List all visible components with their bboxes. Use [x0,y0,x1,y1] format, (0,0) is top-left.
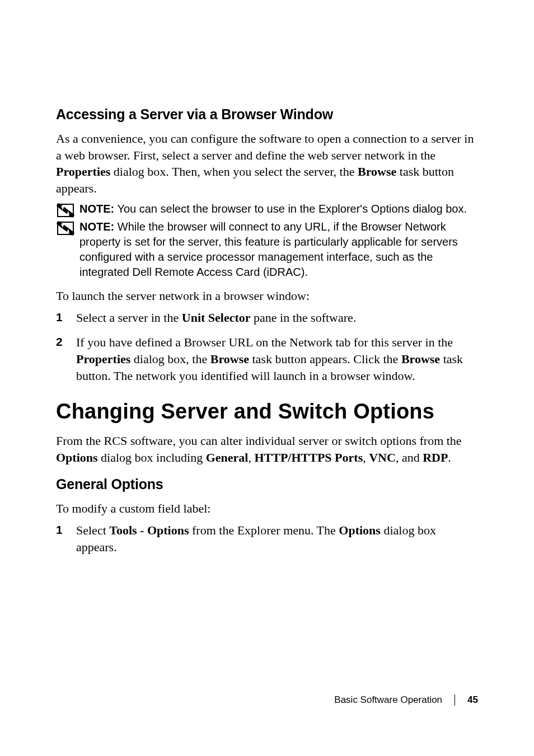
note-body: You can select the browser to use in the… [114,203,467,215]
text: Select a server in the [76,311,182,325]
text: If you have defined a Browser URL on the… [76,335,453,349]
note-block-1: NOTE: You can select the browser to use … [56,201,478,218]
step-body: If you have defined a Browser URL on the… [76,334,478,384]
term-rdp: RDP [423,450,448,464]
text: dialog box including [98,450,206,464]
text: dialog box. Then, when you select the se… [110,165,358,179]
footer-title: Basic Software Operation [334,694,442,706]
term-browse: Browse [358,165,396,179]
term-unit-selector: Unit Selector [182,311,251,325]
text: From the RCS software, you can alter ind… [56,434,462,448]
text: , [363,450,369,464]
section2-intro-steps: To modify a custom field label: [56,500,478,517]
term-properties: Properties [56,165,110,179]
note-icon [56,203,75,218]
list-item: 2 If you have defined a Browser URL on t… [56,334,478,384]
text: pane in the software. [251,311,357,325]
section2-paragraph: From the RCS software, you can alter ind… [56,433,478,466]
text: , and [396,450,423,464]
term-options: Options [339,523,381,537]
text: task button appears. Click the [249,352,401,366]
note-label: NOTE: [79,203,114,215]
note-text-1: NOTE: You can select the browser to use … [79,201,467,217]
text: , [248,450,254,464]
section1-intro-steps: To launch the server network in a browse… [56,288,478,304]
section1-steps: 1 Select a server in the Unit Selector p… [56,309,478,384]
text: from the Explorer menu. The [189,523,339,537]
page-number: 45 [467,694,478,706]
sub-heading-general-options: General Options [56,476,478,492]
text: As a convenience, you can configure the … [56,132,474,162]
section2-steps: 1 Select Tools - Options from the Explor… [56,522,478,555]
term-vnc: VNC [369,450,396,464]
note-icon [56,220,75,236]
page-footer: Basic Software Operation 45 [334,694,478,706]
step-number: 1 [56,309,76,326]
term-http-https-ports: HTTP/HTTPS Ports [254,450,363,464]
step-body: Select Tools - Options from the Explorer… [76,522,478,555]
footer-divider [455,694,455,706]
term-general: General [206,450,249,464]
section-heading-changing: Changing Server and Switch Options [56,400,478,424]
text: . [448,450,451,464]
term-browse: Browse [210,352,249,366]
text: dialog box, the [130,352,210,366]
text: Select [76,523,109,537]
term-properties: Properties [76,352,130,366]
note-body: While the browser will connect to any UR… [79,220,458,278]
step-body: Select a server in the Unit Selector pan… [76,309,356,326]
term-tools-options: Tools - Options [109,523,189,537]
note-label: NOTE: [79,220,114,233]
step-number: 2 [56,334,76,384]
section1-paragraph: As a convenience, you can configure the … [56,130,478,197]
term-options: Options [56,450,98,464]
term-browse: Browse [401,352,440,366]
note-block-2: NOTE: While the browser will connect to … [56,219,478,280]
section-heading-accessing: Accessing a Server via a Browser Window [56,106,478,123]
list-item: 1 Select Tools - Options from the Explor… [56,522,478,555]
note-text-2: NOTE: While the browser will connect to … [79,219,478,280]
step-number: 1 [56,522,76,555]
list-item: 1 Select a server in the Unit Selector p… [56,309,478,326]
